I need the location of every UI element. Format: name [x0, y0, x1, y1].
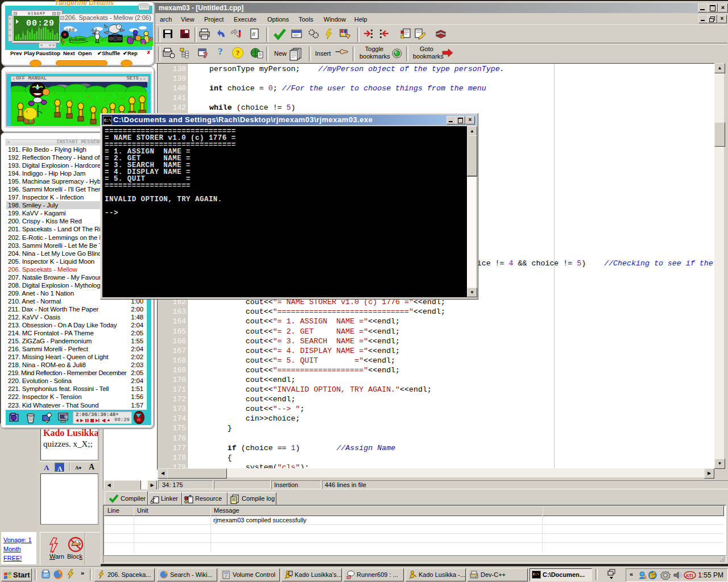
svg-text:ATI: ATI — [685, 573, 693, 579]
svg-text:RL: RL — [148, 36, 153, 41]
svg-text:#: # — [252, 31, 256, 38]
svg-text:volume: volume — [69, 35, 86, 43]
svg-text:00:29: 00:29 — [26, 19, 55, 28]
